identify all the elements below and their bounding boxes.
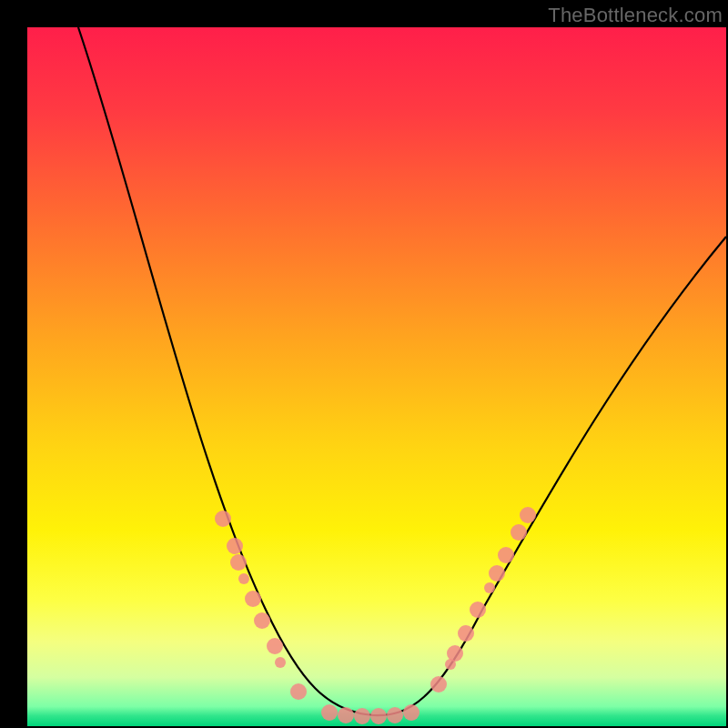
marker-dot [321, 704, 338, 721]
marker-dot [254, 612, 270, 629]
marker-dot [338, 707, 354, 723]
marker-dot [267, 638, 283, 654]
curve-layer [27, 27, 726, 726]
marker-dot [238, 573, 249, 584]
marker-dot [470, 602, 486, 618]
marker-dot [215, 511, 231, 527]
marker-dot [370, 708, 387, 724]
plot-area [27, 27, 726, 726]
chart-frame: TheBottleneck.com [0, 0, 728, 728]
marker-dot [511, 524, 527, 541]
marker-dot [275, 657, 286, 668]
marker-dot [227, 538, 243, 554]
marker-dot [354, 708, 370, 724]
marker-dot [230, 554, 247, 571]
marker-dot [498, 547, 514, 563]
bottleneck-curve [78, 27, 726, 715]
marker-dot [489, 565, 505, 581]
marker-dot [458, 625, 474, 642]
marker-dot [387, 707, 403, 723]
marker-dot [520, 507, 536, 523]
marker-dot [290, 683, 307, 700]
marker-group [215, 507, 536, 724]
marker-dot [403, 704, 420, 721]
marker-dot [245, 591, 261, 607]
watermark-text: TheBottleneck.com [548, 4, 723, 27]
marker-dot [484, 582, 495, 593]
marker-dot [430, 676, 447, 693]
marker-dot [447, 645, 463, 662]
